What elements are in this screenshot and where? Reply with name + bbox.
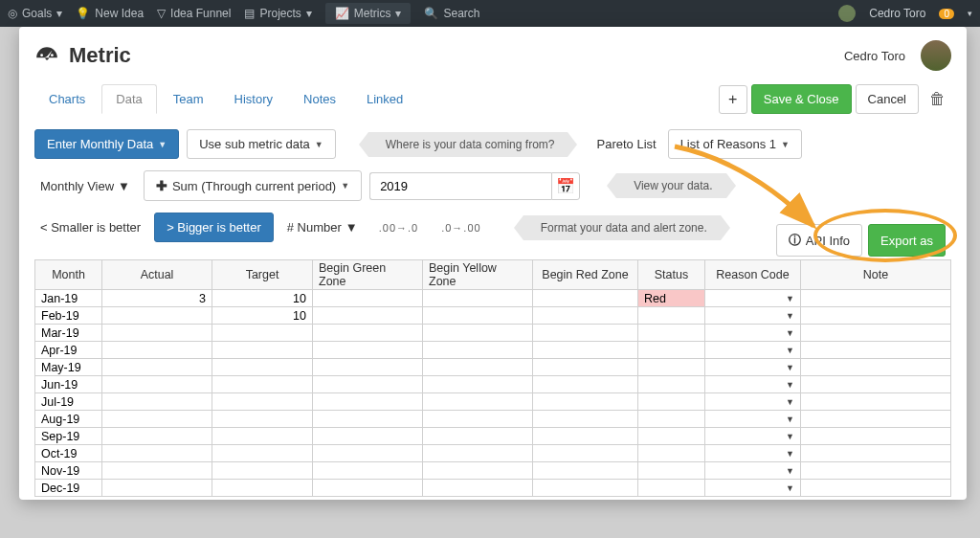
cell-red[interactable] <box>533 376 638 392</box>
cell-note[interactable] <box>801 359 950 375</box>
cell-red[interactable] <box>533 393 638 410</box>
cell-green[interactable] <box>313 359 423 375</box>
cell-month[interactable]: Aug-19 <box>35 411 102 427</box>
cell-red[interactable] <box>533 325 638 341</box>
calendar-icon[interactable]: 📅 <box>551 172 580 200</box>
cell-month[interactable]: Jan-19 <box>35 290 102 306</box>
cell-target[interactable]: 10 <box>212 290 313 306</box>
cell-target[interactable] <box>212 462 313 479</box>
cell-reason[interactable]: ▼ <box>705 359 801 375</box>
nav-metrics[interactable]: 📈 Metrics ▾ <box>325 3 412 24</box>
cell-reason[interactable]: ▼ <box>705 393 801 410</box>
cell-yellow[interactable] <box>423 342 533 358</box>
cell-target[interactable] <box>212 480 313 496</box>
cell-month[interactable]: Apr-19 <box>35 342 102 358</box>
cell-green[interactable] <box>313 325 423 341</box>
cell-green[interactable] <box>313 290 423 306</box>
cell-red[interactable] <box>533 342 638 358</box>
cell-status[interactable]: Red <box>638 290 705 306</box>
cell-target[interactable] <box>212 359 313 375</box>
cell-note[interactable] <box>801 307 950 324</box>
cell-green[interactable] <box>313 462 423 479</box>
nav-projects[interactable]: ▤ Projects ▾ <box>244 7 311 20</box>
cell-red[interactable] <box>533 359 638 375</box>
nav-search[interactable]: 🔍 Search <box>424 7 479 20</box>
aggregate-select[interactable]: ✚Sum (Through current period)▼ <box>144 170 362 201</box>
bigger-better-button[interactable]: > Bigger is better <box>154 213 274 242</box>
cell-note[interactable] <box>801 376 950 392</box>
cell-actual[interactable] <box>102 411 212 427</box>
cell-note[interactable] <box>801 342 950 358</box>
cell-green[interactable] <box>313 428 423 444</box>
cell-green[interactable] <box>313 445 423 461</box>
cell-yellow[interactable] <box>423 376 533 392</box>
cell-yellow[interactable] <box>423 428 533 444</box>
cell-yellow[interactable] <box>423 411 533 427</box>
cell-red[interactable] <box>533 307 638 324</box>
cell-status[interactable] <box>638 428 705 444</box>
tab-charts[interactable]: Charts <box>34 84 100 114</box>
cell-reason[interactable]: ▼ <box>705 325 801 341</box>
table-row[interactable]: May-19▼ <box>35 359 950 376</box>
cell-status[interactable] <box>638 411 705 427</box>
cell-target[interactable] <box>212 325 313 341</box>
reasons-select[interactable]: List of Reasons 1▼ <box>668 129 802 159</box>
cell-reason[interactable]: ▼ <box>705 342 801 358</box>
cell-status[interactable] <box>638 359 705 375</box>
monthly-view-select[interactable]: Monthly View▼ <box>34 175 136 197</box>
cell-target[interactable] <box>212 393 313 410</box>
cell-note[interactable] <box>801 445 950 461</box>
cell-yellow[interactable] <box>423 307 533 324</box>
cell-status[interactable] <box>638 325 705 341</box>
cell-actual[interactable] <box>102 445 212 461</box>
cell-reason[interactable]: ▼ <box>705 411 801 427</box>
cell-note[interactable] <box>801 462 950 479</box>
table-row[interactable]: Jul-19▼ <box>35 393 950 411</box>
cell-red[interactable] <box>533 445 638 461</box>
cell-reason[interactable]: ▼ <box>705 445 801 461</box>
cell-reason[interactable]: ▼ <box>705 428 801 444</box>
table-row[interactable]: Dec-19▼ <box>35 480 950 497</box>
cell-actual[interactable]: 3 <box>102 290 212 306</box>
use-sub-metric-button[interactable]: Use sub metric data▼ <box>187 129 336 159</box>
cell-note[interactable] <box>801 290 950 306</box>
table-row[interactable]: Nov-19▼ <box>35 462 950 480</box>
cancel-button[interactable]: Cancel <box>856 84 919 114</box>
cell-yellow[interactable] <box>423 290 533 306</box>
tab-team[interactable]: Team <box>159 84 218 114</box>
table-row[interactable]: Mar-19▼ <box>35 325 950 342</box>
cell-note[interactable] <box>801 411 950 427</box>
cell-note[interactable] <box>801 325 950 341</box>
cell-yellow[interactable] <box>423 359 533 375</box>
cell-reason[interactable]: ▼ <box>705 480 801 496</box>
table-row[interactable]: Jun-19▼ <box>35 376 950 393</box>
cell-red[interactable] <box>533 428 638 444</box>
cell-month[interactable]: Jun-19 <box>35 376 102 392</box>
cell-green[interactable] <box>313 307 423 324</box>
cell-actual[interactable] <box>102 428 212 444</box>
export-button[interactable]: Export as <box>868 224 946 257</box>
tab-history[interactable]: History <box>220 84 287 114</box>
table-row[interactable]: Apr-19▼ <box>35 342 950 359</box>
cell-yellow[interactable] <box>423 393 533 410</box>
cell-status[interactable] <box>638 445 705 461</box>
cell-status[interactable] <box>638 480 705 496</box>
cell-green[interactable] <box>313 376 423 392</box>
cell-target[interactable] <box>212 428 313 444</box>
increase-decimals-button[interactable]: .0→.00 <box>434 220 488 235</box>
avatar[interactable] <box>921 40 951 71</box>
cell-red[interactable] <box>533 411 638 427</box>
tab-notes[interactable]: Notes <box>289 84 350 114</box>
cell-red[interactable] <box>533 290 638 306</box>
cell-actual[interactable] <box>102 480 212 496</box>
cell-note[interactable] <box>801 480 950 496</box>
tab-data[interactable]: Data <box>101 84 156 114</box>
delete-button[interactable]: 🗑 <box>923 85 951 114</box>
cell-red[interactable] <box>533 462 638 479</box>
api-info-button[interactable]: ⓘ API Info <box>776 224 862 257</box>
table-row[interactable]: Jan-19310Red▼ <box>35 290 950 307</box>
cell-status[interactable] <box>638 307 705 324</box>
table-row[interactable]: Oct-19▼ <box>35 445 950 462</box>
nav-notif-badge[interactable]: 0 <box>939 9 954 19</box>
table-row[interactable]: Aug-19▼ <box>35 411 950 428</box>
